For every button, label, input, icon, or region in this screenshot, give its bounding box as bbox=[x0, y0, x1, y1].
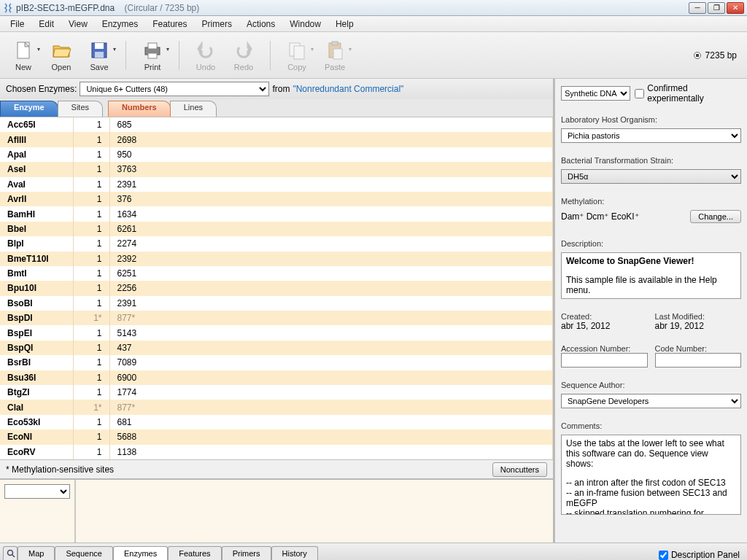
enzyme-name: BsrBI bbox=[0, 355, 73, 370]
enzyme-name: ClaI bbox=[0, 400, 73, 414]
table-row[interactable]: BspQI1437 bbox=[0, 341, 553, 355]
tab-enzymes[interactable]: Enzymes bbox=[113, 546, 168, 560]
enzyme-number: 2256 bbox=[109, 281, 553, 295]
tab-lines[interactable]: Lines bbox=[170, 101, 217, 117]
bp-count: 7235 bp bbox=[705, 50, 737, 61]
table-row[interactable]: AflIII12698 bbox=[0, 132, 553, 147]
table-row[interactable]: Acc65I1685 bbox=[0, 117, 553, 132]
enzyme-sites: 1 bbox=[73, 355, 109, 370]
menu-help[interactable]: Help bbox=[330, 18, 360, 31]
methylation-value: Dam⁺ Dcm⁺ EcoKI⁺ bbox=[561, 211, 639, 222]
search-tab[interactable] bbox=[3, 546, 18, 560]
table-row[interactable]: BmtI16251 bbox=[0, 266, 553, 281]
table-row[interactable]: BspEI15143 bbox=[0, 325, 553, 340]
new-icon: ▾ bbox=[12, 39, 34, 61]
enzyme-table-wrap[interactable]: Acc65I1685AflIII12698ApaI1950AseI13763Av… bbox=[0, 117, 553, 459]
table-row[interactable]: Eco53kI1681 bbox=[0, 415, 553, 429]
tab-sequence[interactable]: Sequence bbox=[55, 546, 113, 560]
copy-button: ▾ Copy bbox=[279, 39, 314, 71]
table-row[interactable]: AseI13763 bbox=[0, 162, 553, 176]
description-label: Description: bbox=[561, 239, 741, 248]
table-footer: * Methylation-sensitive sites Noncutters bbox=[0, 459, 553, 478]
chosen-label: Chosen Enzymes: bbox=[6, 84, 77, 94]
menu-file[interactable]: File bbox=[4, 18, 30, 31]
copy-icon: ▾ bbox=[286, 39, 308, 61]
enzyme-sites: 1 bbox=[73, 162, 109, 176]
table-row[interactable]: EcoNI15688 bbox=[0, 429, 553, 444]
description-panel: Synthetic DNA Confirmed experimentally L… bbox=[554, 79, 747, 542]
table-row[interactable]: BsoBI12391 bbox=[0, 296, 553, 311]
menu-actions[interactable]: Actions bbox=[241, 18, 281, 31]
enzyme-number: 2274 bbox=[109, 236, 553, 251]
table-row[interactable]: Bsu36I16900 bbox=[0, 370, 553, 385]
tab-numbers[interactable]: Numbers bbox=[108, 101, 171, 117]
table-row[interactable]: Bpu10I12256 bbox=[0, 281, 553, 295]
chosen-enzymes-select[interactable]: Unique 6+ Cutters (48) bbox=[80, 82, 269, 96]
enzyme-sites: 1 bbox=[73, 296, 109, 311]
enzyme-sites: 1 bbox=[73, 281, 109, 295]
close-button[interactable]: ✕ bbox=[727, 2, 744, 14]
open-button[interactable]: Open bbox=[44, 39, 79, 71]
table-row[interactable]: BbeI16261 bbox=[0, 222, 553, 236]
menu-window[interactable]: Window bbox=[284, 18, 327, 31]
tab-history[interactable]: History bbox=[271, 546, 318, 560]
table-row[interactable]: BlpI12274 bbox=[0, 236, 553, 251]
tab-sites[interactable]: Sites bbox=[58, 101, 103, 117]
menu-enzymes[interactable]: Enzymes bbox=[96, 18, 144, 31]
tab-enzyme[interactable]: Enzyme bbox=[0, 101, 58, 117]
description-box[interactable]: Welcome to SnapGene Viewer! This sample … bbox=[561, 252, 741, 299]
svg-rect-5 bbox=[148, 43, 157, 49]
strain-select[interactable]: DH5α bbox=[561, 169, 741, 184]
toolbar-separator bbox=[179, 41, 179, 70]
enzyme-number: 6261 bbox=[109, 222, 553, 236]
author-select[interactable]: SnapGene Developers bbox=[561, 394, 741, 408]
table-row[interactable]: BtgZI11774 bbox=[0, 385, 553, 400]
svg-rect-11 bbox=[333, 49, 342, 59]
menu-view[interactable]: View bbox=[63, 18, 93, 31]
table-row[interactable]: ApaI1950 bbox=[0, 147, 553, 162]
enzyme-sites: 1 bbox=[73, 206, 109, 221]
accession-input[interactable] bbox=[561, 353, 648, 368]
enzyme-number: 7089 bbox=[109, 355, 553, 370]
enzyme-sites: 1 bbox=[73, 341, 109, 355]
enzyme-number: 2391 bbox=[109, 177, 553, 192]
maximize-button[interactable]: ❐ bbox=[708, 2, 725, 14]
table-row[interactable]: AvrII1376 bbox=[0, 192, 553, 206]
save-button[interactable]: ▾ Save bbox=[82, 39, 117, 71]
enzyme-number: 877* bbox=[109, 311, 553, 325]
lower-select[interactable] bbox=[4, 484, 70, 499]
strain-label: Bacterial Transformation Strain: bbox=[561, 156, 741, 165]
enzyme-name: BspDI bbox=[0, 311, 73, 325]
description-panel-toggle[interactable]: Description Panel bbox=[659, 550, 744, 560]
tab-primers[interactable]: Primers bbox=[222, 546, 271, 560]
redo-button: Redo bbox=[226, 39, 261, 71]
change-button[interactable]: Change... bbox=[690, 210, 741, 223]
table-row[interactable]: AvaI12391 bbox=[0, 177, 553, 192]
svg-rect-2 bbox=[95, 43, 104, 49]
tab-features[interactable]: Features bbox=[168, 546, 221, 560]
noncutters-button[interactable]: Noncutters bbox=[492, 462, 547, 477]
menu-primers[interactable]: Primers bbox=[196, 18, 238, 31]
menu-features[interactable]: Features bbox=[147, 18, 193, 31]
comments-box[interactable]: Use the tabs at the lower left to see wh… bbox=[561, 435, 741, 515]
table-row[interactable]: ClaI1*877* bbox=[0, 400, 553, 414]
enzyme-name: ApaI bbox=[0, 147, 73, 162]
table-row[interactable]: BamHI11634 bbox=[0, 206, 553, 221]
description-body: This sample file is available in the Hel… bbox=[566, 275, 717, 295]
table-row[interactable]: EcoRV11138 bbox=[0, 445, 553, 459]
tab-map[interactable]: Map bbox=[18, 546, 55, 560]
table-row[interactable]: BspDI1*877* bbox=[0, 311, 553, 325]
enzyme-name: Acc65I bbox=[0, 117, 73, 132]
minimize-button[interactable]: ─ bbox=[689, 2, 706, 14]
lab-host-select[interactable]: Pichia pastoris bbox=[561, 128, 741, 143]
code-number-input[interactable] bbox=[655, 353, 742, 368]
confirmed-checkbox[interactable]: Confirmed experimentally bbox=[635, 83, 741, 104]
table-row[interactable]: BsrBI17089 bbox=[0, 355, 553, 370]
menu-edit[interactable]: Edit bbox=[33, 18, 60, 31]
print-button[interactable]: ▾ Print bbox=[135, 39, 170, 71]
created-label: Created: bbox=[561, 312, 648, 321]
chosen-source-link[interactable]: "Nonredundant Commercial" bbox=[293, 84, 403, 94]
table-row[interactable]: BmeT110I12392 bbox=[0, 252, 553, 266]
dna-type-select[interactable]: Synthetic DNA bbox=[561, 86, 630, 101]
new-button[interactable]: ▾ New bbox=[6, 39, 41, 71]
